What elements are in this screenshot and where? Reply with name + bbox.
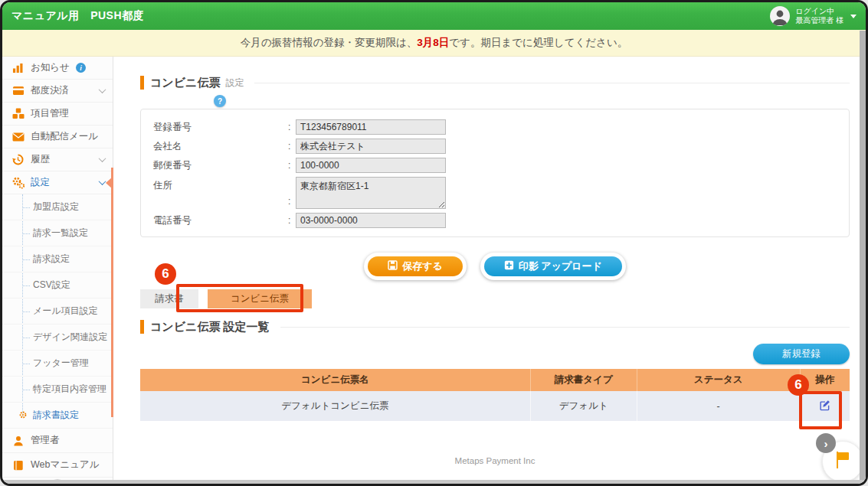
field-label: 電話番号	[153, 214, 288, 227]
field-separator: :	[288, 141, 296, 152]
field-label: 郵便番号	[153, 159, 288, 172]
sidebar-item-label: 履歴	[31, 153, 50, 166]
sidebar-item-mail-item-settings[interactable]: メール項目設定	[2, 298, 113, 325]
heading-rule	[280, 327, 850, 328]
seal-upload-button[interactable]: 印影 アップロード	[480, 253, 626, 280]
company-info-form: 登録番号 : 会社名 : 郵便番号 : 住所	[140, 109, 850, 237]
heading-accent-bar	[140, 320, 144, 334]
sidebar-item-auto-mail[interactable]: 自動配信メール	[2, 126, 113, 148]
notice-text-after: です。期日までに処理してください。	[449, 36, 627, 50]
step-badge-edit: 6	[788, 374, 809, 396]
form-row: 郵便番号 :	[153, 158, 849, 173]
save-button-label: 保存する	[402, 259, 443, 273]
app-window: マニュアル用 PUSH都度 ログイン中 最高管理者 様 今月の振替情報の登録・変…	[0, 0, 868, 486]
annotation-box-tab	[176, 284, 303, 312]
sidebar: お知らせ i 都度決済 項目管理 自動配信メール	[2, 57, 113, 484]
horizontal-scrollbar[interactable]	[2, 480, 866, 484]
upload-button-label: 印影 アップロード	[519, 259, 602, 273]
sidebar-item-payment[interactable]: 都度決済	[2, 80, 113, 103]
list-section-heading: コンビニ伝票 設定一覧	[140, 319, 850, 334]
chevron-down-icon	[99, 86, 106, 93]
info-badge-icon: i	[76, 63, 86, 73]
page-title-suffix: 設定	[225, 77, 244, 90]
sidebar-item-label: 管理者	[31, 434, 60, 447]
user-menu[interactable]: ログイン中 最高管理者 様	[770, 6, 857, 26]
mail-icon	[11, 132, 25, 142]
field-separator: :	[288, 196, 296, 209]
notice-deadline: 3月8日	[417, 36, 449, 50]
form-row: 登録番号 :	[153, 119, 849, 135]
form-row: 電話番号 :	[153, 213, 849, 228]
column-header-slip-name: コンビニ伝票名	[140, 369, 530, 391]
sidebar-item-label: 項目管理	[31, 107, 69, 120]
sidebar-item-billing-list-settings[interactable]: 請求一覧設定	[2, 220, 113, 246]
column-header-status: ステータス	[637, 369, 800, 391]
sidebar-item-web-manual[interactable]: Webマニュアル	[2, 453, 113, 478]
card-icon	[11, 86, 25, 96]
gear-icon	[11, 177, 25, 189]
table-row: デフォルトコンビニ伝票 デフォルト -	[140, 391, 850, 421]
step-badge-tab: 6	[155, 263, 176, 285]
person-icon	[11, 435, 25, 446]
list-section-title: コンビニ伝票 設定一覧	[150, 320, 270, 334]
user-name: 最高管理者 様	[795, 16, 843, 24]
footer-text: Metaps Payment Inc	[140, 456, 850, 465]
sidebar-item-specific-item-management[interactable]: 特定項目内容管理	[2, 377, 113, 403]
sidebar-item-merchant-settings[interactable]: 加盟店設定	[2, 194, 113, 220]
cell-slip-name: デフォルトコンビニ伝票	[140, 391, 530, 421]
page-title: コンビニ伝票	[150, 76, 220, 90]
mini-gear-icon	[19, 410, 27, 421]
notice-text-before: 今月の振替情報の登録・変更期限は、	[241, 36, 417, 50]
history-icon	[11, 154, 25, 165]
form-row: 住所 : 東京都新宿区1-1	[153, 177, 849, 209]
heading-rule	[254, 83, 850, 83]
phone-number-field[interactable]	[296, 213, 446, 228]
cell-invoice-type: デフォルト	[530, 391, 637, 421]
save-icon	[388, 260, 398, 272]
fab-chevron-button[interactable]: ›	[816, 433, 836, 453]
sidebar-item-footer-management[interactable]: フッター管理	[2, 351, 113, 377]
field-label: 会社名	[153, 140, 288, 153]
heading-accent-bar	[140, 76, 144, 90]
sidebar-item-admin[interactable]: 管理者	[2, 429, 113, 453]
sidebar-item-history[interactable]: 履歴	[2, 148, 113, 171]
field-separator: :	[288, 215, 296, 226]
top-header-bar: マニュアル用 PUSH都度 ログイン中 最高管理者 様	[2, 2, 866, 30]
chevron-down-icon	[99, 155, 106, 162]
column-header-invoice-type: 請求書タイプ	[530, 369, 637, 391]
save-button[interactable]: 保存する	[364, 253, 467, 280]
sidebar-item-settings[interactable]: 設定	[2, 171, 113, 194]
app-title: マニュアル用 PUSH都度	[11, 9, 144, 23]
avatar	[770, 6, 790, 26]
sidebar-item-items[interactable]: 項目管理	[2, 103, 113, 126]
chevron-down-icon	[850, 15, 857, 18]
sidebar-item-label: 都度決済	[31, 84, 69, 97]
address-field[interactable]: 東京都新宿区1-1	[296, 177, 446, 209]
login-status: ログイン中	[795, 7, 834, 15]
sidebar-item-news[interactable]: お知らせ i	[2, 57, 113, 80]
sidebar-item-csv-settings[interactable]: CSV設定	[2, 272, 113, 298]
chevron-down-icon	[99, 178, 106, 185]
postal-code-field[interactable]	[296, 158, 446, 173]
vertical-scrollbar[interactable]	[860, 31, 866, 480]
form-row: 会社名 :	[153, 139, 849, 154]
registration-number-field[interactable]	[296, 119, 446, 135]
deadline-notice: 今月の振替情報の登録・変更期限は、 3月8日 です。期日までに処理してください。	[2, 30, 866, 57]
annotation-box-edit	[799, 391, 842, 429]
company-name-field[interactable]	[296, 139, 446, 154]
main-content: コンビニ伝票 設定 ? 登録番号 : 会社名 :	[113, 57, 866, 484]
settings-submenu: 加盟店設定 請求一覧設定 請求設定 CSV設定 メール項目設定 デザイン関連設定…	[2, 194, 113, 429]
list-actions: 新規登録	[140, 344, 850, 364]
bar-chart-icon	[11, 63, 25, 73]
cubes-icon	[11, 108, 25, 119]
slip-settings-table: コンビニ伝票名 請求書タイプ ステータス 操作 デフォルトコンビニ伝票 デフォル…	[140, 369, 850, 421]
table-header-row: コンビニ伝票名 請求書タイプ ステータス 操作	[140, 369, 850, 391]
new-registration-button[interactable]: 新規登録	[753, 344, 850, 364]
sidebar-item-invoice-settings[interactable]: 請求書設定	[2, 403, 113, 429]
field-separator: :	[288, 160, 296, 171]
sidebar-item-design-settings[interactable]: デザイン関連設定	[2, 325, 113, 351]
sidebar-item-billing-settings[interactable]: 請求設定	[2, 246, 113, 272]
cell-status: -	[637, 391, 800, 421]
flag-icon	[834, 450, 852, 473]
help-icon[interactable]: ?	[214, 95, 226, 107]
